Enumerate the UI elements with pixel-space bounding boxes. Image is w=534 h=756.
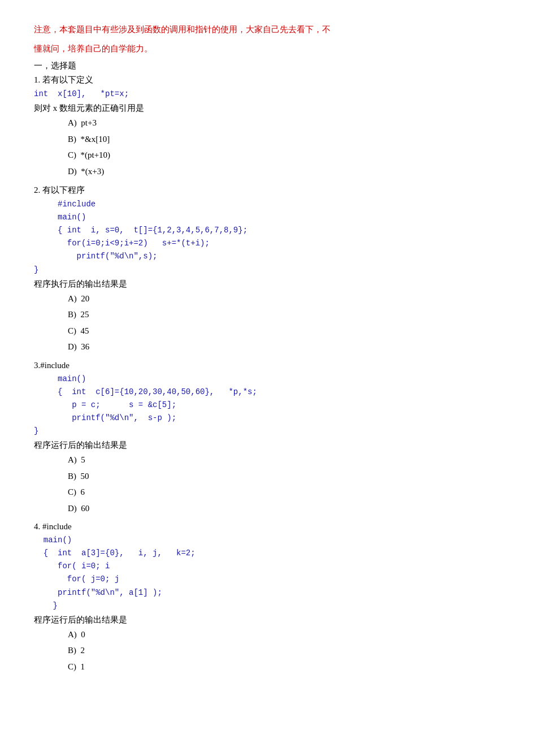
option-4a: A) 0 <box>68 627 500 643</box>
question-4-code: main() { int a[3]={0}, i, j, k=2; for( i… <box>34 534 500 612</box>
question-3: 3.#include main() { int c[6]={10,20,30,4… <box>34 361 500 516</box>
option-4c: C) 1 <box>68 659 500 675</box>
option-1a: A) pt+3 <box>68 115 500 131</box>
question-4-desc: 程序运行后的输出结果是 <box>34 615 500 625</box>
option-3c: C) 6 <box>68 484 500 500</box>
question-2-options: A) 20 B) 25 C) 45 D) 36 <box>68 291 500 355</box>
question-1-title: 1. 若有以下定义 <box>34 75 500 85</box>
option-3d: D) 60 <box>68 500 500 517</box>
question-3-options: A) 5 B) 50 C) 6 D) 60 <box>68 452 500 516</box>
question-2-code: #include main() { int i, s=0, t[]={1,2,3… <box>34 198 500 277</box>
question-3-title: 3.#include <box>34 361 500 370</box>
option-3a: A) 5 <box>68 452 500 468</box>
question-3-desc: 程序运行后的输出结果是 <box>34 440 500 451</box>
question-1: 1. 若有以下定义 int x[10], *pt=x; 则对 x 数组元素的正确… <box>34 75 500 179</box>
question-4-options: A) 0 B) 2 C) 1 <box>68 627 500 675</box>
option-1c: C) *(pt+10) <box>68 147 500 163</box>
option-1b: B) *&x[10] <box>68 131 500 148</box>
notice-line1: 注意，本套题目中有些涉及到函数的调用和指针的使用，大家自己先去看下，不 <box>34 23 500 37</box>
notice-block: 注意，本套题目中有些涉及到函数的调用和指针的使用，大家自己先去看下，不 懂就问，… <box>34 23 500 56</box>
question-2-title: 2. 有以下程序 <box>34 185 500 196</box>
question-1-desc: 则对 x 数组元素的正确引用是 <box>34 103 500 114</box>
option-2b: B) 25 <box>68 306 500 323</box>
question-4: 4. #include main() { int a[3]={0}, i, j,… <box>34 522 500 675</box>
option-4b: B) 2 <box>68 642 500 659</box>
question-1-options: A) pt+3 B) *&x[10] C) *(pt+10) D) *(x+3) <box>68 115 500 179</box>
question-2-desc: 程序执行后的输出结果是 <box>34 279 500 290</box>
notice-line2: 懂就问，培养自己的自学能力。 <box>34 42 500 57</box>
option-3b: B) 50 <box>68 468 500 485</box>
option-2d: D) 36 <box>68 339 500 355</box>
option-2a: A) 20 <box>68 291 500 307</box>
option-2c: C) 45 <box>68 323 500 339</box>
section-title: 一，选择题 <box>34 61 500 71</box>
question-3-code: main() { int c[6]={10,20,30,40,50,60}, *… <box>34 373 500 438</box>
question-1-code: int x[10], *pt=x; <box>34 88 500 101</box>
option-1d: D) *(x+3) <box>68 163 500 180</box>
question-2: 2. 有以下程序 #include main() { int i, s=0, t… <box>34 185 500 355</box>
question-4-title: 4. #include <box>34 522 500 532</box>
